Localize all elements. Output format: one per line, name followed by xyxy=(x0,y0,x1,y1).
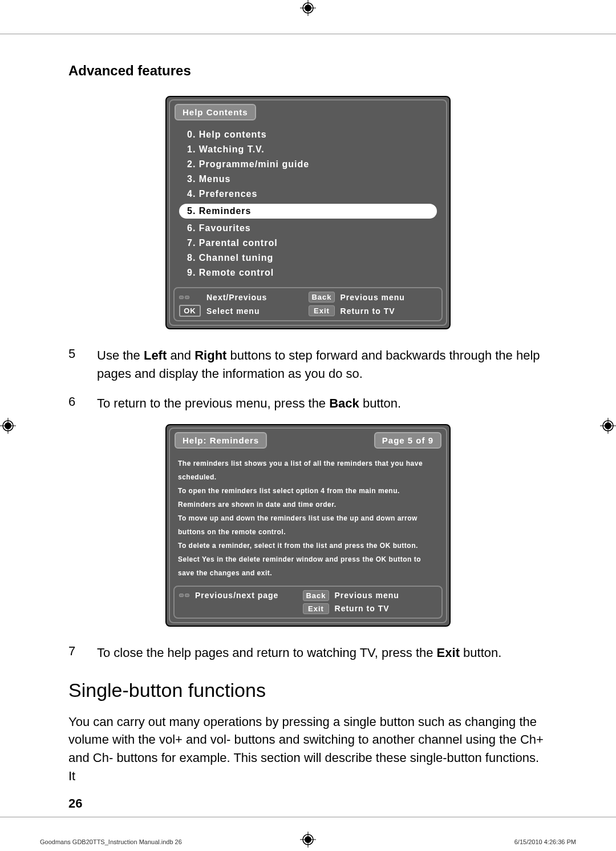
reminders-page-indicator: Page 5 of 9 xyxy=(374,432,441,449)
footer-timestamp: 6/15/2010 4:26:36 PM xyxy=(514,838,576,845)
exit-key: Exit xyxy=(303,603,329,614)
reminders-footer: Previous/next page Back Previous menu Ex… xyxy=(173,586,443,619)
page-number: 26 xyxy=(68,796,82,811)
updown-label: Next/Previous xyxy=(206,293,303,302)
help-menu-item: 8. Channel tuning xyxy=(187,251,429,265)
back-key: Back xyxy=(309,292,334,303)
up-down-arrow-icon xyxy=(179,296,201,299)
instruction-step-7: 7 To close the help pages and return to … xyxy=(68,644,548,662)
exit-key: Exit xyxy=(309,305,334,316)
reminders-paragraph: Select Yes in the delete reminder window… xyxy=(178,552,438,580)
help-menu-item: 5. Reminders xyxy=(179,204,437,219)
back-label: Previous menu xyxy=(341,293,437,302)
help-menu-item: 3. Menus xyxy=(187,172,429,187)
reminders-paragraph: Reminders are shown in date and time ord… xyxy=(178,498,438,511)
exit-label: Return to TV xyxy=(341,306,437,316)
print-footer: Goodmans GDB20TTS_Instruction Manual.ind… xyxy=(0,838,616,845)
instruction-step-5: 5 Use the Left and Right buttons to step… xyxy=(68,346,548,383)
body-paragraph: You can carry out many operations by pre… xyxy=(68,713,548,786)
step-text: To return to the previous menu, press th… xyxy=(97,394,548,413)
reminders-paragraph: To delete a reminder, select it from the… xyxy=(178,539,438,552)
help-menu-item: 2. Programme/mini guide xyxy=(187,157,429,172)
help-menu-item: 6. Favourites xyxy=(187,221,429,236)
instruction-step-6: 6 To return to the previous menu, press … xyxy=(68,394,548,413)
section-heading: Advanced features xyxy=(68,63,548,79)
help-menu-item: 7. Parental control xyxy=(187,236,429,251)
registration-mark-icon xyxy=(0,418,16,434)
step-number: 6 xyxy=(68,394,97,413)
step-number: 7 xyxy=(68,644,97,662)
help-menu-item: 4. Preferences xyxy=(187,187,429,201)
help-menu-item: 9. Remote control xyxy=(187,265,429,280)
ok-key: OK xyxy=(179,305,201,317)
help-menu-footer: Next/Previous Back Previous menu OK Sele… xyxy=(173,287,443,321)
reminders-title: Help: Reminders xyxy=(175,432,267,449)
help-menu-item: 0. Help contents xyxy=(187,127,429,142)
lr-label: Previous/next page xyxy=(195,591,297,600)
ok-label: Select menu xyxy=(206,306,303,316)
registration-mark-icon xyxy=(600,418,616,434)
step-number: 5 xyxy=(68,346,97,383)
left-right-arrow-icon xyxy=(179,594,189,597)
back-label: Previous menu xyxy=(335,591,437,600)
subsection-heading: Single-button functions xyxy=(68,679,548,701)
help-menu-title: Help Contents xyxy=(175,104,256,120)
tv-screenshot-help-contents: Help Contents 0. Help contents1. Watchin… xyxy=(165,96,451,329)
registration-mark-icon xyxy=(300,0,316,16)
step-text: Use the Left and Right buttons to step f… xyxy=(97,346,548,383)
help-menu-item: 1. Watching T.V. xyxy=(187,142,429,157)
reminders-paragraph: The reminders list shows you a list of a… xyxy=(178,457,438,484)
step-text: To close the help pages and return to wa… xyxy=(97,644,548,662)
reminders-paragraph: To open the reminders list select option… xyxy=(178,484,438,498)
crop-mark xyxy=(0,34,616,34)
printer-colorbars-bottom xyxy=(0,812,616,828)
tv-screenshot-help-reminders: Help: Reminders Page 5 of 9 The reminder… xyxy=(165,424,451,627)
back-key: Back xyxy=(303,590,329,601)
reminders-paragraph: To move up and down the reminders list u… xyxy=(178,511,438,539)
footer-filename: Goodmans GDB20TTS_Instruction Manual.ind… xyxy=(40,838,182,845)
exit-label: Return to TV xyxy=(335,604,437,613)
